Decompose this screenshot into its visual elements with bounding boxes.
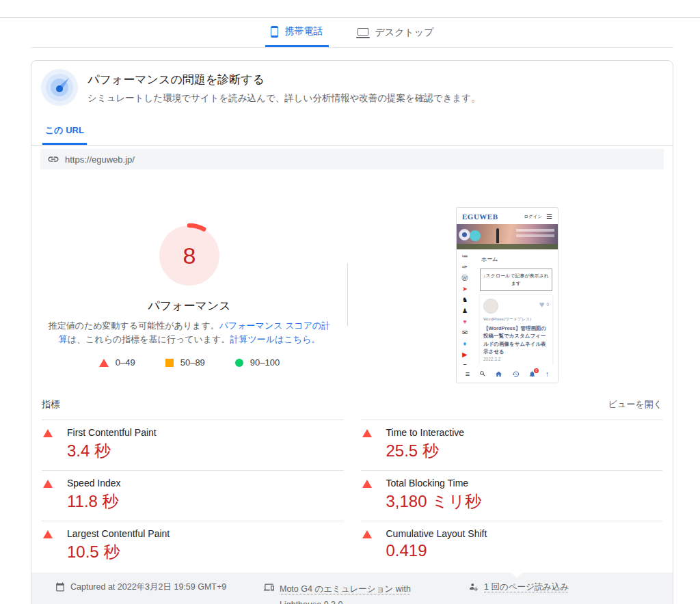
thumb-hamburger-icon: ☰ [546, 213, 552, 220]
metrics-title: 指標 [42, 398, 60, 411]
fail-triangle-icon [362, 480, 372, 488]
metric-first-contentful-paint: First Contentful Paint 3.4 秒 [42, 420, 344, 470]
legend-average-range: 50–89 [180, 357, 205, 368]
calendar-icon [55, 582, 65, 592]
fail-triangle-icon [362, 429, 372, 437]
capture-timestamp: Captured at 2022年3月2日 19:59 GMT+9 [55, 581, 264, 604]
thumb-wp-badge [459, 229, 470, 241]
thumb-person-silhouette [496, 228, 499, 243]
thumb-bottom-nav: ≡ 0 ↑ [457, 365, 558, 383]
school-icon: ✑ [462, 264, 468, 271]
open-view-button[interactable]: ビューを開く [608, 398, 662, 411]
metric-cumulative-layout-shift: Cumulative Layout Shift 0.419 [361, 521, 663, 568]
thumb-sidebar-icon-rail: ≔ ✑ Ⓦ ➤ ♞ ♟ ♥ ✉ ♦ ▶ ≡ [459, 253, 471, 369]
twitter-icon: ♦ [463, 340, 467, 347]
search-icon [479, 370, 486, 377]
heart-icon: ♥ [463, 318, 467, 325]
legend-pass: 90–100 [235, 357, 280, 368]
score-description: 推定値のため変動する可能性があります。パフォーマンス スコアの計算は、これらの指… [44, 319, 334, 346]
score-desc-text-1: 推定値のため変動する可能性があります。 [49, 320, 219, 331]
metric-time-to-interactive: Time to Interactive 25.5 秒 [361, 420, 663, 470]
fail-triangle-icon [362, 530, 372, 538]
thumb-avatar [483, 299, 498, 314]
tab-this-url[interactable]: この URL [42, 124, 87, 145]
metric-name: Cumulative Layout Shift [386, 528, 487, 539]
metric-name: Largest Contentful Paint [67, 528, 170, 539]
vertical-divider [347, 263, 348, 326]
youtube-icon: ▶ [462, 351, 467, 358]
metric-name: Total Blocking Time [386, 478, 482, 489]
metric-value: 3,180 ミリ秒 [386, 491, 482, 512]
device-tabbar: 携帯電話 デスクトップ [0, 0, 700, 48]
thumb-like-count: 0 [546, 302, 549, 307]
thumb-teal-badge [470, 230, 481, 241]
history-icon [512, 370, 520, 378]
legend-pass-range: 90–100 [250, 357, 280, 368]
performance-score-value: 8 [157, 223, 222, 288]
metric-largest-contentful-paint: Largest Contentful Paint 10.5 秒 [42, 521, 344, 571]
thumb-home-label: ホーム [481, 256, 554, 263]
person-gear-icon [469, 582, 479, 592]
score-desc-text-2: は、これらの指標を基に行っています。 [68, 334, 230, 344]
metric-value: 25.5 秒 [386, 440, 465, 462]
metric-value: 11.8 秒 [67, 491, 121, 512]
capture-info-footer: Captured at 2022年3月2日 19:59 GMT+9 Moto G… [31, 573, 673, 604]
metric-name: Speed Index [67, 478, 121, 489]
legend-fail-range: 0–49 [116, 357, 135, 368]
person-icon: ♟ [462, 307, 468, 314]
lighthouse-gauge-logo [41, 69, 78, 106]
thumb-site-logo: EGUWEB [462, 212, 524, 221]
link-icon [47, 153, 59, 165]
wordpress-icon: Ⓦ [461, 275, 468, 282]
metrics-section: 指標 ビューを開く First Contentful Paint 3.4 秒 S… [31, 389, 673, 571]
site-screenshot-thumbnail: EGUWEB ログイン ☰ ≔ ✑ Ⓦ ➤ ♞ ♟ ♥ ✉ ♦ ▶ [456, 207, 558, 383]
url-tab-strip: この URL [31, 113, 673, 146]
performance-score-gauge: 8 [157, 223, 222, 288]
score-section: 8 パフォーマンス 推定値のため変動する可能性があります。パフォーマンス スコア… [31, 169, 673, 389]
emulation-info[interactable]: Moto G4 のエミュレーション with Lighthouse 9.3.0 [264, 581, 469, 604]
metric-name: Time to Interactive [386, 427, 465, 438]
tab-mobile-label: 携帯電話 [285, 25, 323, 38]
tab-desktop[interactable]: デスクトップ [352, 18, 440, 47]
page-load-info[interactable]: 1 回のページ読み込み [469, 581, 569, 604]
page-subtitle: シミュレートした環境でサイトを読み込んで、詳しい分析情報や改善の提案を確認できま… [88, 92, 481, 105]
pass-circle-icon [235, 359, 243, 367]
metric-value: 10.5 秒 [67, 541, 170, 563]
metric-speed-index: Speed Index 11.8 秒 [42, 470, 344, 521]
list-icon: ≔ [461, 253, 468, 260]
rocket-icon: ➤ [462, 286, 468, 292]
desktop-icon [358, 28, 368, 36]
page-title: パフォーマンスの問題を診断する [88, 72, 481, 87]
score-legend: 0–49 50–89 90–100 [99, 357, 280, 368]
fail-triangle-icon [43, 480, 53, 488]
metric-value: 3.4 秒 [67, 440, 157, 462]
notifications-icon: 0 [528, 370, 536, 378]
report-card: パフォーマンスの問題を診断する シミュレートした環境でサイトを読み込んで、詳しい… [31, 60, 673, 604]
thumb-hero-image [457, 224, 558, 249]
fail-triangle-icon [43, 429, 53, 437]
performance-label: パフォーマンス [148, 298, 230, 314]
thumb-article-title: 【WordPress】管理画面の投稿一覧でカスタムフィールドの画像をサムネイル表… [483, 325, 549, 355]
notification-badge: 0 [534, 368, 539, 373]
bird-icon: ♞ [462, 297, 468, 303]
tab-desktop-label: デスクトップ [375, 27, 434, 39]
thumb-heart-icon: ♥ [539, 300, 545, 309]
metric-value: 0.419 [386, 541, 487, 560]
fail-triangle-icon [99, 359, 109, 367]
average-square-icon [165, 359, 174, 367]
analyzed-url: https://eguweb.jp/ [65, 154, 135, 165]
legend-average: 50–89 [165, 357, 205, 368]
mobile-phone-icon [271, 26, 278, 38]
menu-icon: ≡ [466, 370, 470, 378]
thumb-hero-caption [516, 229, 554, 232]
thumb-login-label: ログイン [524, 214, 542, 220]
calc-tool-link[interactable]: 計算ツールはこちら。 [230, 334, 320, 344]
mail-icon: ✉ [462, 329, 468, 336]
thumb-scroll-note: ↓スクロールで記事が表示されます [480, 269, 552, 291]
url-bar: https://eguweb.jp/ [40, 149, 664, 169]
home-icon [495, 370, 502, 378]
metric-total-blocking-time: Total Blocking Time 3,180 ミリ秒 [361, 470, 663, 521]
metric-name: First Contentful Paint [67, 427, 157, 438]
report-header: パフォーマンスの問題を診断する シミュレートした環境でサイトを読み込んで、詳しい… [31, 61, 673, 113]
tab-mobile[interactable]: 携帯電話 [265, 18, 329, 47]
